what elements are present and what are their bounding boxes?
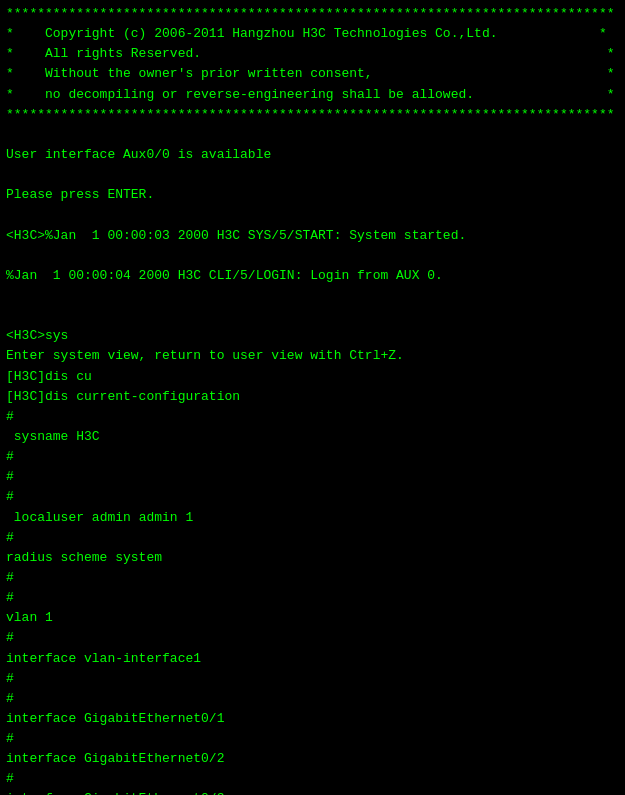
terminal-window: ****************************************…: [6, 4, 619, 795]
terminal-output: ****************************************…: [6, 4, 619, 795]
